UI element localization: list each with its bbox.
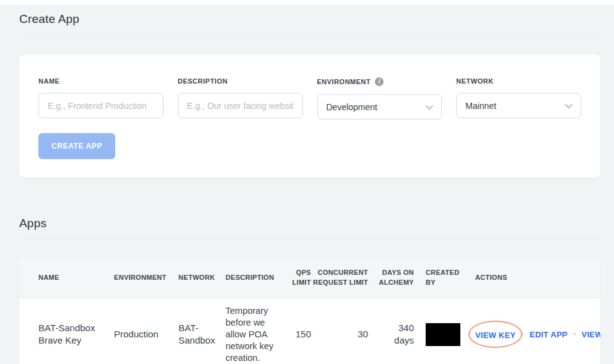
- view-details-link[interactable]: VIEW DETAILS: [582, 330, 600, 339]
- header-environment: ENVIRONMENT: [114, 273, 178, 283]
- environment-select[interactable]: Development: [317, 94, 442, 119]
- environment-label: ENVIRONMENT i: [317, 77, 442, 86]
- cell-qps-limit: 150: [285, 328, 311, 340]
- network-select[interactable]: Mainnet: [456, 93, 581, 118]
- chevron-down-icon: [426, 102, 434, 110]
- header-qps-limit: QPS LIMIT: [285, 268, 311, 288]
- header-days-on-alchemy: DAYS ON ALCHEMY: [368, 268, 414, 288]
- cell-days-on-alchemy: 340 days: [368, 322, 414, 347]
- create-app-button[interactable]: CREATE APP: [38, 133, 115, 159]
- header-actions: ACTIONS: [469, 273, 600, 283]
- chevron-down-icon: [565, 101, 573, 109]
- name-field-group: NAME: [38, 77, 164, 119]
- created-by-redacted-box: [426, 323, 460, 346]
- description-input[interactable]: [178, 93, 303, 118]
- apps-table-card: NAME ENVIRONMENT NETWORK DESCRIPTION QPS…: [19, 258, 600, 364]
- section-divider: [19, 238, 600, 239]
- network-select-value: Mainnet: [465, 101, 496, 111]
- view-key-wrap: VIEW KEY: [475, 329, 515, 340]
- create-app-title: Create App: [19, 12, 600, 26]
- create-app-card: NAME DESCRIPTION ENVIRONMENT i Developme…: [19, 54, 600, 178]
- name-label: NAME: [38, 77, 164, 85]
- environment-label-text: ENVIRONMENT: [317, 78, 371, 85]
- days-on-alchemy-value: 340 days: [387, 322, 414, 347]
- top-strip: [0, 0, 614, 5]
- description-label: DESCRIPTION: [178, 77, 303, 85]
- header-created-by: CREATED BY: [426, 268, 469, 288]
- cell-description: Temporary before we allow POA network ke…: [226, 305, 285, 364]
- edit-app-link[interactable]: EDIT APP: [530, 330, 568, 339]
- header-network: NETWORK: [178, 273, 226, 283]
- section-divider: [19, 34, 600, 35]
- environment-select-value: Development: [327, 102, 378, 112]
- cell-created-by: [426, 323, 469, 346]
- cell-actions: VIEW KEY · EDIT APP · VIEW DETAILS: [469, 329, 600, 340]
- create-app-form: NAME DESCRIPTION ENVIRONMENT i Developme…: [38, 77, 581, 119]
- header-concurrent-request-limit: CONCURRENT REQUEST LIMIT: [311, 268, 368, 288]
- cell-network: BAT-Sandbox: [178, 322, 226, 347]
- environment-field-group: ENVIRONMENT i Development: [317, 77, 442, 119]
- action-separator: ·: [573, 329, 576, 339]
- view-key-link[interactable]: VIEW KEY: [475, 331, 515, 340]
- network-field-group: NETWORK Mainnet: [456, 77, 581, 119]
- info-icon[interactable]: i: [375, 77, 384, 86]
- apps-table-header: NAME ENVIRONMENT NETWORK DESCRIPTION QPS…: [19, 258, 600, 298]
- header-name: NAME: [38, 273, 114, 283]
- name-input[interactable]: [38, 93, 164, 118]
- apps-title: Apps: [19, 217, 600, 230]
- table-row: BAT-Sandbox Brave Key Production BAT-San…: [19, 298, 600, 364]
- cell-app-name: BAT-Sandbox Brave Key: [38, 322, 114, 347]
- page: Create App NAME DESCRIPTION ENVIRONMENT …: [0, 12, 614, 364]
- description-field-group: DESCRIPTION: [178, 77, 303, 119]
- cell-environment: Production: [114, 328, 178, 340]
- cell-concurrent-request-limit: 30: [311, 328, 368, 340]
- action-separator: ·: [521, 329, 524, 339]
- header-description: DESCRIPTION: [226, 273, 285, 283]
- network-label: NETWORK: [456, 77, 581, 85]
